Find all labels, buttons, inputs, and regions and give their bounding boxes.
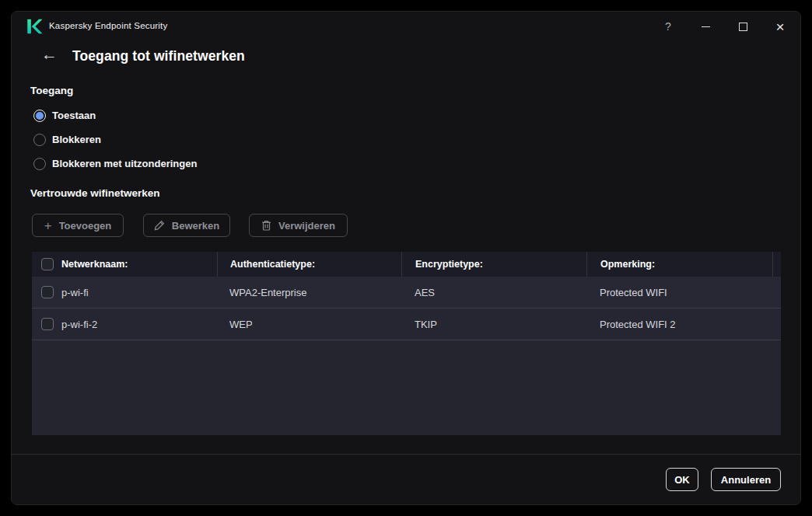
column-header-label: Encryptietype: xyxy=(415,259,483,270)
minimize-icon xyxy=(702,26,710,27)
add-button[interactable]: + Toevoegen xyxy=(32,214,124,237)
radio-unselected-icon xyxy=(33,134,46,146)
maximize-button[interactable] xyxy=(724,12,761,41)
kaspersky-logo-icon xyxy=(26,18,43,35)
access-section-label: Toegang xyxy=(30,85,73,96)
pencil-icon xyxy=(154,220,165,231)
cell-network: p-wi-fi xyxy=(32,286,217,298)
row-checkbox[interactable] xyxy=(41,318,54,330)
radio-unselected-icon xyxy=(33,158,46,170)
column-header-label: Netwerknaam: xyxy=(61,259,128,270)
header-cell-encryption: Encryptietype: xyxy=(401,252,586,277)
column-header-label: Authenticatietype: xyxy=(230,259,315,270)
cancel-button[interactable]: Annuleren xyxy=(711,468,781,491)
trash-icon xyxy=(261,220,271,231)
radio-blokkeren-met-uitzonderingen[interactable]: Blokkeren met uitzonderingen xyxy=(33,157,197,170)
ok-button[interactable]: OK xyxy=(666,468,698,491)
app-title: Kaspersky Endpoint Security xyxy=(49,21,167,30)
table-row[interactable]: p-wi-fi-2 WEP TKIP Protected WIFI 2 xyxy=(32,309,781,340)
page-title: Toegang tot wifinetwerken xyxy=(72,48,245,64)
radio-label: Toestaan xyxy=(52,110,96,121)
kaspersky-window: Kaspersky Endpoint Security ? × ← Toegan… xyxy=(11,11,801,505)
table-row[interactable]: p-wi-fi WPA2-Enterprise AES Protected WI… xyxy=(32,277,781,309)
radio-toestaan[interactable]: Toestaan xyxy=(33,109,96,122)
header-cell-comment: Opmerking: xyxy=(586,252,772,277)
row-checkbox[interactable] xyxy=(41,286,54,298)
delete-button[interactable]: Verwijderen xyxy=(249,214,348,237)
cell-auth-type: WEP xyxy=(217,319,401,330)
table-empty-area xyxy=(32,340,781,435)
delete-button-label: Verwijderen xyxy=(278,220,335,232)
header-cell-spacer xyxy=(772,252,781,277)
column-header-label: Opmerking: xyxy=(600,259,655,270)
add-button-label: Toevoegen xyxy=(59,220,112,232)
window-controls: ? × xyxy=(649,12,799,41)
radio-blokkeren[interactable]: Blokkeren xyxy=(33,133,101,146)
footer-divider xyxy=(12,454,800,455)
minimize-button[interactable] xyxy=(687,12,724,41)
cell-encryption: AES xyxy=(401,287,586,298)
cell-encryption: TKIP xyxy=(401,319,586,330)
radio-label: Blokkeren met uitzonderingen xyxy=(52,158,197,169)
table-header: Netwerknaam: Authenticatietype: Encrypti… xyxy=(32,252,781,277)
help-icon: ? xyxy=(665,20,671,33)
back-button[interactable]: ← xyxy=(41,46,58,62)
cell-comment: Protected WIFI xyxy=(586,287,772,298)
edit-button[interactable]: Bewerken xyxy=(143,214,230,237)
header-cell-network: Netwerknaam: xyxy=(32,252,217,277)
help-button[interactable]: ? xyxy=(649,12,687,41)
plus-icon: + xyxy=(44,219,52,232)
radio-selected-icon xyxy=(33,110,46,122)
header-cell-auth-type: Authenticatietype: xyxy=(217,252,401,277)
close-icon: × xyxy=(775,19,784,34)
edit-button-label: Bewerken xyxy=(172,220,219,232)
cell-network: p-wi-fi-2 xyxy=(32,318,217,330)
maximize-icon xyxy=(739,23,747,31)
network-name: p-wi-fi-2 xyxy=(61,319,97,330)
trusted-networks-table: Netwerknaam: Authenticatietype: Encrypti… xyxy=(32,252,781,435)
network-name: p-wi-fi xyxy=(61,287,89,298)
titlebar: Kaspersky Endpoint Security ? × xyxy=(12,12,800,41)
select-all-checkbox[interactable] xyxy=(41,258,54,270)
cell-auth-type: WPA2-Enterprise xyxy=(217,287,401,298)
trusted-section-label: Vertrouwde wifinetwerken xyxy=(30,187,160,199)
radio-label: Blokkeren xyxy=(52,134,101,145)
cell-comment: Protected WIFI 2 xyxy=(586,319,772,330)
close-button[interactable]: × xyxy=(761,12,799,41)
